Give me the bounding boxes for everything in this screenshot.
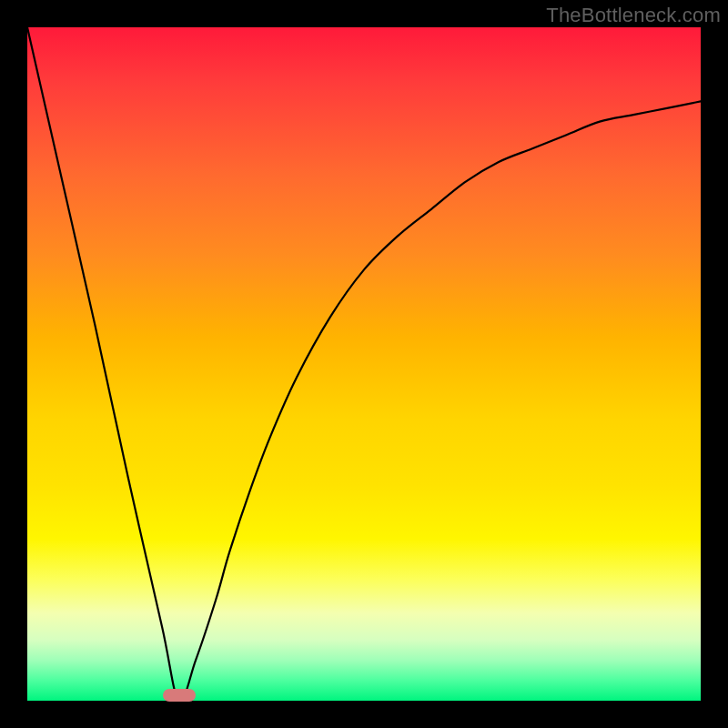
chart-frame: TheBottleneck.com bbox=[0, 0, 728, 728]
bottleneck-curve-path bbox=[27, 27, 701, 701]
plot-area bbox=[27, 27, 701, 701]
curve-svg bbox=[27, 27, 701, 701]
optimal-marker bbox=[163, 689, 196, 702]
watermark-text: TheBottleneck.com bbox=[546, 4, 721, 27]
